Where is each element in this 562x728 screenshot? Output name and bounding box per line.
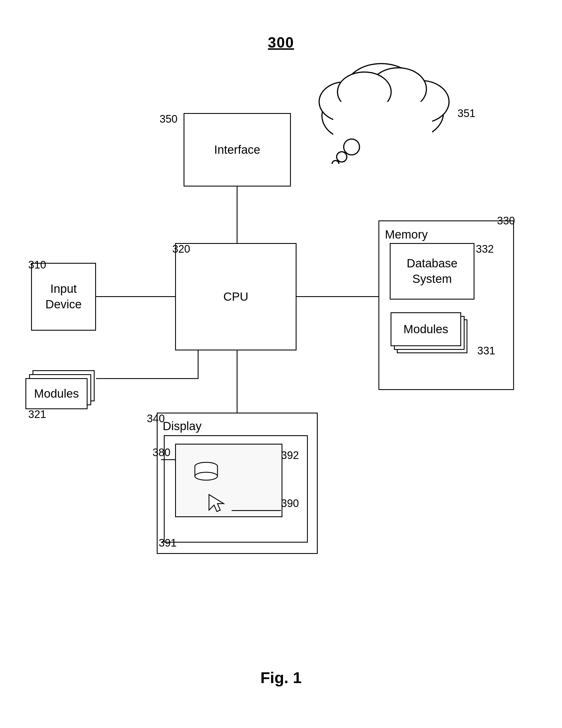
cpu-to-modules-line-h (96, 378, 198, 379)
display-ref: 340 (147, 413, 165, 425)
svg-marker-17 (209, 495, 224, 512)
interface-label: Interface (214, 142, 260, 158)
interface-box: Interface (184, 113, 291, 187)
ref-391-line (162, 541, 165, 542)
input-device-label: Input Device (45, 281, 82, 312)
figure-label: Fig. 1 (261, 668, 301, 687)
modules-memory-label: Modules (403, 322, 448, 337)
display-screen-inner (175, 444, 282, 517)
cursor-ref: 390 (281, 497, 299, 510)
cpu-ref: 320 (172, 243, 190, 255)
display-screen-inner-ref: 380 (153, 447, 170, 459)
modules-cpu-label: Modules (34, 386, 79, 402)
cursor-icon (206, 492, 229, 514)
modules-memory-box: Modules (390, 312, 461, 346)
database-system-ref: 332 (476, 243, 494, 255)
svg-point-16 (195, 472, 218, 480)
database-system-label: Database System (407, 256, 457, 287)
memory-ref: 330 (497, 215, 515, 227)
svg-point-9 (344, 139, 359, 155)
figure-number: 300 (268, 34, 294, 51)
modules-cpu-box: Modules (25, 378, 88, 409)
modules-memory-ref: 331 (477, 345, 495, 357)
input-device-box: Input Device (31, 263, 96, 331)
svg-point-10 (337, 152, 347, 162)
cpu-to-memory-line (296, 296, 378, 297)
modules-cpu-ref: 321 (28, 408, 46, 421)
ref-390-line (232, 510, 281, 511)
svg-point-11 (332, 161, 339, 164)
ref-380-line (161, 459, 176, 460)
database-system-box: Database System (390, 243, 474, 300)
memory-label: Memory (385, 227, 428, 242)
cpu-to-input-line (96, 296, 175, 297)
input-device-ref: 310 (28, 259, 46, 271)
interface-to-cpu-line (237, 187, 238, 243)
cloud-ref-label: 351 (457, 107, 475, 120)
screen-inner-ref: 392 (281, 449, 299, 461)
cpu-box: CPU (175, 243, 296, 350)
display-label: Display (163, 419, 202, 434)
database-icon (192, 461, 220, 483)
cpu-to-modules-line-v (198, 350, 199, 379)
interface-ref: 350 (160, 113, 177, 125)
cloud-shape (296, 45, 466, 164)
display-screen-outer-ref: 391 (159, 537, 177, 549)
cpu-label: CPU (224, 289, 249, 305)
cpu-to-display-line (237, 350, 238, 413)
